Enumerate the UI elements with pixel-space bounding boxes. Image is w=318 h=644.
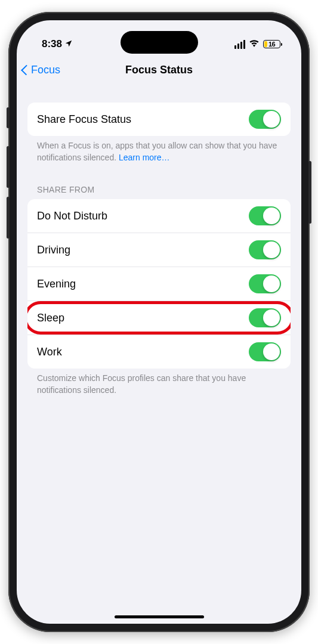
- dynamic-island: [121, 31, 198, 54]
- share-from-toggle-do-not-disturb[interactable]: [249, 206, 281, 225]
- learn-more-link[interactable]: Learn more…: [119, 153, 170, 162]
- share-from-row-work: Work: [27, 335, 291, 369]
- wifi-icon: [249, 39, 260, 49]
- status-time-group: 8:38: [42, 38, 73, 50]
- cellular-icon: [234, 40, 246, 49]
- share-from-row-sleep: Sleep: [27, 301, 291, 335]
- share-from-label: Do Not Disturb: [37, 210, 107, 222]
- share-from-row-do-not-disturb: Do Not Disturb: [27, 199, 291, 233]
- share-footer: When a Focus is on, apps that you allow …: [27, 136, 291, 163]
- chevron-left-icon: [23, 64, 30, 76]
- share-from-label: Driving: [37, 244, 70, 256]
- status-indicators: 16: [234, 39, 283, 49]
- power-button[interactable]: [308, 161, 311, 224]
- battery-percent: 16: [268, 41, 275, 48]
- volume-up-button[interactable]: [7, 146, 10, 188]
- share-focus-status-toggle[interactable]: [249, 110, 281, 129]
- silent-switch[interactable]: [7, 107, 10, 128]
- back-button[interactable]: Focus: [23, 64, 60, 76]
- share-from-footer: Customize which Focus profiles can share…: [27, 369, 291, 396]
- nav-bar: Focus Focus Status: [17, 55, 301, 85]
- share-from-header: SHARE FROM: [27, 185, 291, 199]
- share-from-toggle-driving[interactable]: [249, 240, 281, 259]
- status-time: 8:38: [42, 38, 62, 50]
- screen: 8:38 16: [17, 20, 301, 624]
- content: Share Focus Status When a Focus is on, a…: [17, 85, 301, 396]
- home-indicator[interactable]: [115, 615, 204, 618]
- share-from-card: Do Not DisturbDrivingEveningSleepWork: [27, 199, 291, 369]
- page-title: Focus Status: [125, 64, 193, 76]
- share-from-label: Work: [37, 346, 62, 358]
- share-from-label: Sleep: [37, 312, 64, 324]
- back-label: Focus: [31, 64, 60, 76]
- share-from-row-driving: Driving: [27, 233, 291, 267]
- battery-icon: 16: [263, 40, 282, 48]
- share-from-label: Evening: [37, 278, 76, 290]
- share-from-toggle-sleep[interactable]: [249, 308, 281, 327]
- share-focus-status-label: Share Focus Status: [37, 113, 131, 126]
- share-from-row-evening: Evening: [27, 267, 291, 301]
- share-status-card: Share Focus Status: [27, 103, 291, 136]
- share-focus-status-row: Share Focus Status: [27, 103, 291, 136]
- volume-down-button[interactable]: [7, 197, 10, 239]
- location-icon: [64, 39, 73, 49]
- share-from-toggle-work[interactable]: [249, 342, 281, 361]
- share-from-section: SHARE FROM Do Not DisturbDrivingEveningS…: [27, 185, 291, 396]
- share-from-toggle-evening[interactable]: [249, 274, 281, 293]
- phone-frame: 8:38 16: [8, 12, 310, 632]
